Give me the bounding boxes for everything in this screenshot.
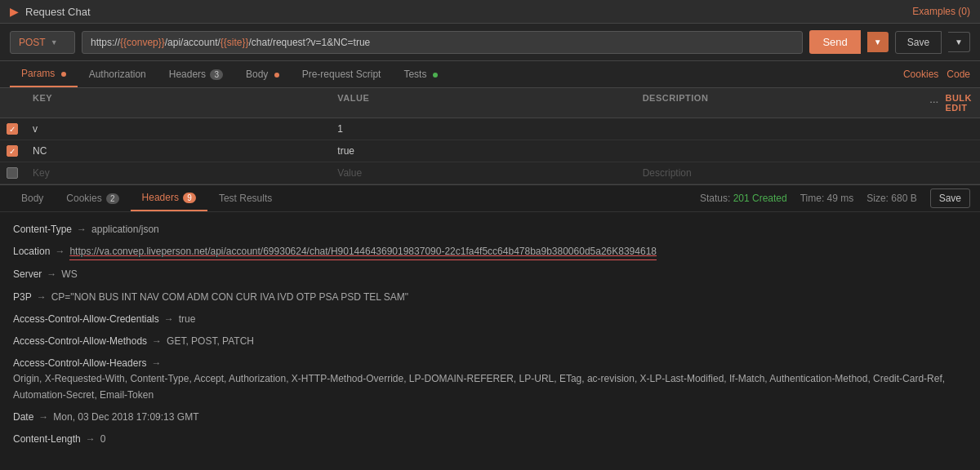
row2-description[interactable] bbox=[635, 146, 939, 156]
tab-prerequest[interactable]: Pre-request Script bbox=[291, 62, 393, 86]
header-value: CP="NON BUS INT NAV COM ADM CON CUR IVA … bbox=[51, 290, 408, 305]
arrow-icon: → bbox=[38, 410, 48, 425]
header-value: Mon, 03 Dec 2018 17:09:13 GMT bbox=[53, 410, 198, 425]
header-key: Content-Length bbox=[13, 432, 81, 446]
url-bar: POST ▼ https://{{convep}}/api/account/{{… bbox=[0, 24, 980, 61]
title-bar: ▶ Request Chat Examples (0) bbox=[0, 0, 980, 24]
col-checkbox bbox=[0, 93, 24, 113]
header-value: 0 bbox=[100, 432, 106, 446]
resp-tab-body[interactable]: Body bbox=[10, 186, 55, 211]
header-value-link[interactable]: https://va.convep.liveperson.net/api/acc… bbox=[69, 244, 657, 260]
cookies-link[interactable]: Cookies bbox=[903, 69, 938, 80]
examples-link[interactable]: Examples (0) bbox=[912, 6, 970, 17]
header-acac: Access-Control-Allow-Credentials → true bbox=[13, 312, 967, 327]
row3-value[interactable]: Value bbox=[329, 162, 634, 184]
header-key: Access-Control-Allow-Methods bbox=[13, 334, 147, 349]
method-label: POST bbox=[19, 37, 46, 48]
table-header: KEY VALUE DESCRIPTION ⋯ Bulk Edit bbox=[0, 88, 980, 118]
status-label: Status: 201 Created bbox=[700, 193, 787, 204]
row1-description[interactable] bbox=[635, 124, 939, 134]
url-var1: {{convep}} bbox=[120, 37, 165, 48]
row1-key[interactable]: v bbox=[24, 118, 329, 140]
row2-actions bbox=[939, 146, 980, 156]
request-tabs: Params Authorization Headers 3 Body Pre-… bbox=[0, 61, 980, 88]
col-key: KEY bbox=[24, 93, 329, 113]
status-code: 201 Created bbox=[733, 193, 787, 204]
table-row: ✓ NC true bbox=[0, 140, 980, 162]
save-dropdown-button[interactable]: ▼ bbox=[948, 32, 970, 52]
table-row: ✓ v 1 bbox=[0, 118, 980, 140]
request-icon: ▶ bbox=[10, 5, 19, 18]
header-key: P3P bbox=[13, 290, 32, 305]
url-scheme: https:// bbox=[91, 37, 120, 48]
row3-actions bbox=[939, 168, 980, 178]
header-value: WS bbox=[61, 267, 77, 282]
tab-headers[interactable]: Headers 3 bbox=[158, 62, 234, 86]
row2-value[interactable]: true bbox=[329, 140, 634, 162]
col-actions: ⋯ Bulk Edit bbox=[939, 93, 980, 113]
arrow-icon: → bbox=[164, 312, 174, 327]
arrow-icon: → bbox=[152, 334, 162, 349]
row3-checkbox-cell bbox=[0, 162, 24, 184]
header-value: Origin, X-Requested-With, Content-Type, … bbox=[13, 371, 967, 402]
arrow-icon: → bbox=[47, 267, 56, 282]
code-link[interactable]: Code bbox=[947, 69, 970, 80]
row2-key[interactable]: NC bbox=[24, 140, 329, 162]
row1-value[interactable]: 1 bbox=[329, 118, 634, 140]
row2-checkbox-cell: ✓ bbox=[0, 140, 24, 162]
response-tabs: Body Cookies 2 Headers 9 Test Results St… bbox=[0, 185, 980, 212]
resp-tab-headers[interactable]: Headers 9 bbox=[131, 185, 207, 211]
header-key: Access-Control-Allow-Headers bbox=[13, 356, 146, 371]
tests-dot bbox=[433, 73, 438, 78]
arrow-icon: → bbox=[86, 432, 96, 446]
row1-actions bbox=[939, 124, 980, 134]
header-key: Content-Type bbox=[13, 222, 72, 237]
resp-tab-testresults[interactable]: Test Results bbox=[207, 186, 283, 211]
header-value: true bbox=[179, 312, 196, 327]
header-value: application/json bbox=[91, 222, 159, 237]
window-title: Request Chat bbox=[25, 6, 91, 18]
row3-key[interactable]: Key bbox=[24, 162, 329, 184]
header-acah: Access-Control-Allow-Headers → Origin, X… bbox=[13, 356, 967, 403]
params-dot bbox=[61, 72, 66, 77]
send-button[interactable]: Send bbox=[809, 30, 860, 54]
header-p3p: P3P → CP="NON BUS INT NAV COM ADM CON CU… bbox=[13, 290, 967, 305]
response-body: Content-Type → application/json Location… bbox=[0, 212, 980, 446]
row1-checkbox-cell: ✓ bbox=[0, 118, 24, 140]
header-key: Server bbox=[13, 267, 42, 282]
arrow-icon: → bbox=[77, 222, 87, 237]
tab-tests[interactable]: Tests bbox=[392, 62, 448, 86]
bulk-edit-button[interactable]: Bulk Edit bbox=[945, 93, 972, 113]
body-dot bbox=[274, 73, 279, 78]
tab-authorization[interactable]: Authorization bbox=[78, 62, 158, 86]
more-options-icon[interactable]: ⋯ bbox=[929, 98, 939, 109]
request-tab-links: Cookies Code bbox=[903, 69, 970, 80]
arrow-icon: → bbox=[55, 244, 65, 260]
save-button[interactable]: Save bbox=[895, 31, 942, 54]
table-row: Key Value Description bbox=[0, 162, 980, 184]
header-content-type: Content-Type → application/json bbox=[13, 222, 967, 237]
params-table: KEY VALUE DESCRIPTION ⋯ Bulk Edit ✓ v 1 … bbox=[0, 88, 980, 185]
send-dropdown-button[interactable]: ▼ bbox=[867, 32, 889, 52]
row1-checkbox[interactable]: ✓ bbox=[7, 123, 18, 135]
header-key: Location bbox=[13, 244, 50, 260]
header-content-length: Content-Length → 0 bbox=[13, 432, 967, 446]
url-display[interactable]: https://{{convep}}/api/account/{{site}}/… bbox=[82, 31, 803, 54]
size-label: Size: 680 B bbox=[866, 193, 916, 204]
response-status: Status: 201 Created Time: 49 ms Size: 68… bbox=[700, 188, 970, 208]
method-select[interactable]: POST ▼ bbox=[10, 31, 75, 54]
time-label: Time: 49 ms bbox=[800, 193, 854, 204]
header-key: Date bbox=[13, 410, 33, 425]
url-path2: /chat/request?v=1&NC=true bbox=[249, 37, 371, 48]
url-path1: /api/account/ bbox=[165, 37, 220, 48]
row3-checkbox[interactable] bbox=[7, 167, 18, 179]
col-description: DESCRIPTION bbox=[635, 93, 939, 113]
row3-description[interactable]: Description bbox=[635, 162, 939, 184]
row2-checkbox[interactable]: ✓ bbox=[7, 145, 18, 157]
tab-body[interactable]: Body bbox=[234, 62, 291, 86]
arrow-icon: → bbox=[37, 290, 47, 305]
resp-tab-cookies[interactable]: Cookies 2 bbox=[55, 186, 130, 211]
tab-params[interactable]: Params bbox=[10, 61, 78, 87]
header-key: Access-Control-Allow-Credentials bbox=[13, 312, 159, 327]
save-response-button[interactable]: Save bbox=[930, 188, 970, 208]
